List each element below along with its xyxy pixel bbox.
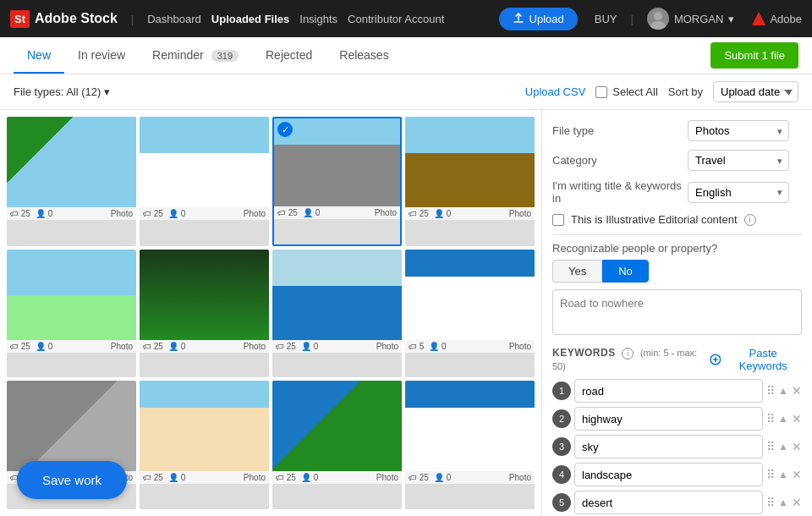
delete-keyword-5[interactable]: ✕: [792, 496, 802, 509]
image-cell-7[interactable]: 🏷 25👤 0 Photo: [272, 250, 402, 378]
nav-contributor-account[interactable]: Contributor Account: [348, 13, 444, 25]
yes-no-buttons: Yes No: [552, 260, 802, 283]
upload-button[interactable]: Upload: [499, 8, 578, 30]
svg-point-0: [654, 12, 662, 20]
nav-insights[interactable]: Insights: [299, 13, 337, 25]
img-meta-11: 🏷 25👤 0 Photo: [272, 471, 402, 484]
drag-handle-3[interactable]: ⠿: [766, 440, 775, 453]
nav-uploaded-files[interactable]: Uploaded Files: [211, 13, 289, 25]
keyword-input-1[interactable]: [574, 379, 763, 403]
select-all-checkbox[interactable]: [595, 86, 607, 98]
move-up-2[interactable]: ▲: [778, 413, 788, 425]
editorial-checkbox[interactable]: [552, 214, 564, 226]
tab-in-review[interactable]: In review: [64, 38, 139, 74]
img-meta-7: 🏷 25👤 0 Photo: [272, 340, 402, 353]
category-row: Category Travel Nature Sports: [552, 150, 802, 171]
title-textarea[interactable]: [552, 289, 802, 335]
keyword-row-2: 2 ⠿ ▲ ✕: [552, 407, 802, 431]
img-meta-12: 🏷 25👤 0 Photo: [405, 471, 535, 484]
user-area[interactable]: MORGAN ▾: [647, 8, 735, 30]
image-cell-11[interactable]: 🏷 25👤 0 Photo: [272, 381, 402, 509]
img-meta-2: 🏷 25👤 0 Photo: [140, 207, 269, 220]
category-select[interactable]: Travel Nature Sports: [688, 150, 789, 171]
delete-keyword-4[interactable]: ✕: [792, 468, 802, 481]
img-meta-1: 🏷 25 👤 0 Photo: [7, 207, 136, 220]
tab-new[interactable]: New: [14, 38, 64, 74]
editorial-row: This is Illustrative Editorial content i: [552, 213, 802, 226]
submit-button[interactable]: Submit 1 file: [710, 42, 798, 69]
keyword-num-5: 5: [552, 493, 571, 512]
nav-dashboard[interactable]: Dashboard: [147, 13, 201, 25]
move-up-3[interactable]: ▲: [778, 441, 788, 453]
image-cell-8[interactable]: 🏷 5👤 0 Photo: [405, 250, 535, 378]
file-type-select[interactable]: Photos Video Illustration: [688, 120, 789, 141]
keyword-input-5[interactable]: [574, 491, 763, 514]
drag-handle-4[interactable]: ⠿: [766, 468, 775, 481]
keyword-num-4: 4: [552, 465, 571, 484]
tab-rejected[interactable]: Rejected: [252, 38, 326, 74]
toolbar: File types: All (12) ▾ Upload CSV Select…: [0, 74, 812, 110]
file-type-select-wrap: Photos Video Illustration: [688, 120, 789, 141]
keyword-input-4[interactable]: [574, 463, 763, 486]
image-cell-3[interactable]: ✓ 🏷 25👤 0 Photo: [272, 117, 402, 246]
svg-marker-2: [752, 12, 765, 25]
language-select[interactable]: English French German: [688, 182, 789, 203]
buy-link[interactable]: BUY: [595, 13, 617, 25]
keywords-info-icon[interactable]: i: [622, 348, 634, 360]
keyword-num-1: 1: [552, 382, 571, 400]
tab-reminder[interactable]: Reminder 319: [139, 38, 252, 74]
sort-select-wrap: Upload date File name Status: [713, 81, 798, 102]
image-cell-4[interactable]: 🏷 25👤 0 Photo: [405, 117, 535, 246]
sub-nav: New In review Reminder 319 Rejected Rele…: [0, 37, 812, 74]
editorial-info-icon[interactable]: i: [744, 214, 756, 226]
file-types-button[interactable]: File types: All (12) ▾: [14, 85, 110, 98]
drag-handle-1[interactable]: ⠿: [766, 384, 775, 398]
panel-divider: [552, 234, 802, 235]
nav-divider2: |: [631, 13, 634, 25]
keyword-num-3: 3: [552, 437, 571, 456]
img-meta-10: 🏷 25👤 0 Photo: [140, 471, 269, 484]
upload-csv-button[interactable]: Upload CSV: [525, 85, 586, 98]
sort-by-label: Sort by: [668, 85, 703, 98]
drag-handle-5[interactable]: ⠿: [766, 496, 775, 509]
language-row: I'm writing title & keywords in English …: [552, 179, 802, 205]
no-button[interactable]: No: [602, 260, 649, 283]
delete-keyword-3[interactable]: ✕: [792, 440, 802, 453]
upload-icon: [513, 13, 524, 25]
image-cell-1[interactable]: 🏷 25 👤 0 Photo: [7, 117, 136, 246]
tab-releases[interactable]: Releases: [326, 38, 402, 74]
chevron-down-icon: ▾: [728, 13, 734, 25]
delete-keyword-1[interactable]: ✕: [792, 384, 802, 398]
avatar-icon: [647, 8, 669, 30]
image-cell-6[interactable]: 🏷 25👤 0 Photo: [140, 250, 269, 378]
keyword-num-2: 2: [552, 409, 571, 428]
delete-keyword-2[interactable]: ✕: [792, 412, 802, 425]
sort-select[interactable]: Upload date File name Status: [713, 81, 798, 102]
svg-rect-3: [757, 19, 761, 20]
keyword-input-2[interactable]: [574, 407, 763, 431]
move-up-1[interactable]: ▲: [778, 385, 788, 397]
logo-area: St Adobe Stock: [10, 10, 118, 28]
yes-button[interactable]: Yes: [552, 260, 602, 283]
language-select-wrap: English French German: [688, 182, 789, 203]
move-up-4[interactable]: ▲: [778, 469, 788, 480]
image-cell-12[interactable]: 🏷 25👤 0 Photo: [405, 381, 535, 509]
image-cell-2[interactable]: 🏷 25👤 0 Photo: [140, 117, 269, 246]
image-grid: 🏷 25 👤 0 Photo 🏷 25👤 0 Photo ✓: [0, 110, 541, 516]
img-meta-8: 🏷 5👤 0 Photo: [405, 340, 535, 353]
move-up-5[interactable]: ▲: [778, 497, 788, 508]
reminder-badge: 319: [211, 50, 239, 62]
paste-icon: [710, 354, 721, 365]
image-cell-10[interactable]: 🏷 25👤 0 Photo: [140, 381, 269, 509]
keyword-input-3[interactable]: [574, 435, 763, 458]
save-work-button[interactable]: Save work: [17, 461, 127, 499]
main-layout: 🏷 25 👤 0 Photo 🏷 25👤 0 Photo ✓: [0, 110, 812, 516]
paste-keywords-button[interactable]: Paste Keywords: [710, 347, 802, 372]
recognizable-row: Recognizable people or property? Yes No: [552, 242, 802, 283]
select-all-area[interactable]: Select All: [595, 85, 657, 98]
drag-handle-2[interactable]: ⠿: [766, 412, 775, 425]
file-type-row: File type Photos Video Illustration: [552, 120, 802, 141]
selected-check: ✓: [277, 122, 293, 137]
keywords-label: KEYWORDS: [552, 347, 616, 359]
image-cell-5[interactable]: 🏷 25👤 0 Photo: [7, 250, 136, 378]
